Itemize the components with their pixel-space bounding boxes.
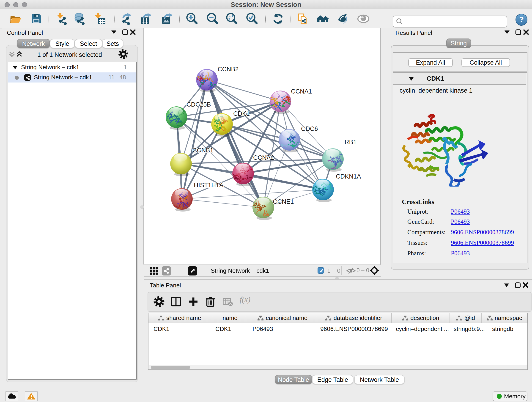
svg-text:HIST1H1A: HIST1H1A: [194, 182, 223, 189]
svg-text:CDC6: CDC6: [301, 125, 318, 132]
svg-text:CCNA2: CCNA2: [253, 154, 274, 161]
svg-text:CDK1: CDK1: [233, 110, 250, 117]
svg-text:CDC25B: CDC25B: [186, 101, 211, 108]
svg-text:CDKN1A: CDKN1A: [336, 173, 361, 180]
svg-text:RB1: RB1: [345, 139, 357, 146]
svg-text:CCNB2: CCNB2: [218, 66, 239, 73]
svg-text:CCNE1: CCNE1: [273, 198, 294, 205]
svg-text:CCNB1: CCNB1: [192, 147, 214, 154]
svg-text:CCNA1: CCNA1: [291, 88, 312, 95]
